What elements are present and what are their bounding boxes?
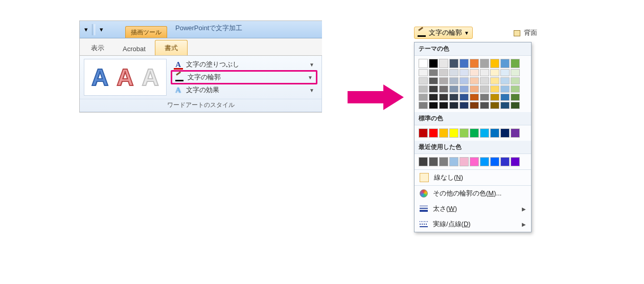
theme-shade-0-3[interactable] bbox=[419, 94, 428, 101]
theme-shade-7-2[interactable] bbox=[490, 85, 499, 93]
theme-shade-5-2[interactable] bbox=[470, 85, 479, 93]
theme-shade-2-0[interactable] bbox=[439, 69, 448, 76]
theme-shade-6-0[interactable] bbox=[480, 69, 489, 76]
theme-shade-8-3[interactable] bbox=[500, 94, 510, 101]
theme-shade-8-2[interactable] bbox=[500, 85, 510, 93]
menu-no-outline[interactable]: 線なし(N) bbox=[415, 170, 531, 185]
qat-customize-dropdown[interactable]: ▾ bbox=[83, 23, 89, 36]
theme-shade-1-3[interactable] bbox=[429, 94, 438, 101]
recent-color-9[interactable] bbox=[511, 157, 520, 166]
theme-shade-8-0[interactable] bbox=[500, 69, 510, 76]
theme-shade-8-1[interactable] bbox=[500, 77, 510, 84]
tab-format[interactable]: 書式 bbox=[155, 40, 188, 55]
theme-shade-5-4[interactable] bbox=[470, 102, 479, 109]
tab-acrobat[interactable]: Acrobat bbox=[113, 42, 155, 55]
theme-shade-9-1[interactable] bbox=[511, 77, 520, 84]
theme-color-6[interactable] bbox=[480, 59, 489, 68]
theme-shade-3-4[interactable] bbox=[449, 102, 458, 109]
text-effects-button[interactable]: A 文字の効果 ▼ bbox=[171, 84, 317, 96]
theme-shade-2-4[interactable] bbox=[439, 102, 448, 109]
wordart-preset-1[interactable]: A bbox=[91, 65, 108, 89]
theme-shade-3-1[interactable] bbox=[449, 77, 458, 84]
menu-dashes[interactable]: 実線/点線(D) ▶ bbox=[415, 216, 531, 232]
theme-shade-1-2[interactable] bbox=[429, 85, 438, 93]
wordart-gallery[interactable]: A A A bbox=[84, 59, 167, 96]
recent-color-7[interactable] bbox=[490, 157, 499, 166]
standard-color-2[interactable] bbox=[439, 128, 448, 138]
theme-color-4[interactable] bbox=[459, 59, 469, 68]
theme-shade-4-4[interactable] bbox=[459, 102, 469, 109]
theme-shade-9-3[interactable] bbox=[511, 94, 520, 101]
theme-shade-2-3[interactable] bbox=[439, 94, 448, 101]
wordart-preset-3[interactable]: A bbox=[142, 65, 158, 89]
theme-shade-1-1[interactable] bbox=[429, 77, 438, 84]
theme-shade-1-4[interactable] bbox=[429, 102, 438, 109]
menu-weight[interactable]: 太さ(W) ▶ bbox=[415, 201, 531, 216]
theme-shade-5-1[interactable] bbox=[470, 77, 479, 84]
text-fill-button[interactable]: A 文字の塗りつぶし ▼ bbox=[171, 59, 317, 70]
theme-shade-9-4[interactable] bbox=[511, 102, 520, 109]
theme-shade-4-1[interactable] bbox=[459, 77, 469, 84]
standard-color-9[interactable] bbox=[511, 128, 520, 138]
theme-shade-3-3[interactable] bbox=[449, 94, 458, 101]
theme-shade-9-0[interactable] bbox=[511, 69, 520, 76]
recent-color-1[interactable] bbox=[429, 157, 438, 166]
theme-shade-2-1[interactable] bbox=[439, 77, 448, 84]
theme-color-3[interactable] bbox=[449, 59, 458, 68]
theme-shade-6-2[interactable] bbox=[480, 85, 489, 93]
theme-shade-7-3[interactable] bbox=[490, 94, 499, 101]
recent-color-6[interactable] bbox=[480, 157, 489, 166]
standard-color-1[interactable] bbox=[429, 128, 438, 138]
recent-color-0[interactable] bbox=[419, 157, 428, 166]
theme-color-8[interactable] bbox=[500, 59, 510, 68]
theme-shade-9-2[interactable] bbox=[511, 85, 520, 93]
theme-shade-4-3[interactable] bbox=[459, 94, 469, 101]
theme-shade-3-2[interactable] bbox=[449, 85, 458, 93]
theme-color-2[interactable] bbox=[439, 59, 448, 68]
theme-shade-5-0[interactable] bbox=[470, 69, 479, 76]
tab-view[interactable]: 表示 bbox=[82, 40, 113, 55]
theme-color-5[interactable] bbox=[470, 59, 479, 68]
recent-color-8[interactable] bbox=[500, 157, 510, 166]
text-outline-button[interactable]: 文字の輪郭 ▼ bbox=[171, 70, 317, 84]
standard-color-0[interactable] bbox=[419, 128, 428, 138]
theme-shade-2-2[interactable] bbox=[439, 85, 448, 93]
theme-shade-4-0[interactable] bbox=[459, 69, 469, 76]
recent-color-2[interactable] bbox=[439, 157, 448, 166]
qat-overflow-dropdown[interactable]: ▾ bbox=[98, 23, 104, 36]
theme-shade-6-4[interactable] bbox=[480, 102, 489, 109]
theme-shade-7-1[interactable] bbox=[490, 77, 499, 84]
theme-shade-0-0[interactable] bbox=[419, 69, 428, 76]
submenu-caret-icon: ▶ bbox=[522, 222, 526, 227]
theme-shade-6-3[interactable] bbox=[480, 94, 489, 101]
recent-color-3[interactable] bbox=[449, 157, 458, 166]
standard-color-7[interactable] bbox=[490, 128, 499, 138]
theme-shade-7-4[interactable] bbox=[490, 102, 499, 109]
theme-shade-0-4[interactable] bbox=[419, 102, 428, 109]
theme-color-7[interactable] bbox=[490, 59, 499, 68]
recent-color-5[interactable] bbox=[470, 157, 479, 166]
wordart-preset-2[interactable]: A bbox=[117, 65, 133, 89]
theme-shade-3-0[interactable] bbox=[449, 69, 458, 76]
theme-shade-0-2[interactable] bbox=[419, 85, 428, 93]
send-to-back-button[interactable]: 背面 bbox=[514, 28, 537, 37]
theme-shade-8-4[interactable] bbox=[500, 102, 510, 109]
standard-color-5[interactable] bbox=[470, 128, 479, 138]
theme-color-1[interactable] bbox=[429, 59, 438, 68]
theme-shade-5-3[interactable] bbox=[470, 94, 479, 101]
theme-color-9[interactable] bbox=[511, 59, 520, 68]
theme-color-0[interactable] bbox=[419, 59, 428, 68]
menu-more-outline-colors[interactable]: その他の輪郭の色(M)... bbox=[415, 186, 531, 201]
section-recent-colors: 最近使用した色 bbox=[415, 141, 531, 154]
text-outline-split-button[interactable]: 文字の輪郭 ▼ bbox=[414, 27, 473, 39]
recent-color-4[interactable] bbox=[459, 157, 469, 166]
theme-shade-7-0[interactable] bbox=[490, 69, 499, 76]
standard-color-4[interactable] bbox=[459, 128, 469, 138]
standard-color-8[interactable] bbox=[500, 128, 510, 138]
theme-shade-4-2[interactable] bbox=[459, 85, 469, 93]
standard-color-3[interactable] bbox=[449, 128, 458, 138]
theme-shade-6-1[interactable] bbox=[480, 77, 489, 84]
theme-shade-0-1[interactable] bbox=[419, 77, 428, 84]
standard-color-6[interactable] bbox=[480, 128, 489, 138]
theme-shade-1-0[interactable] bbox=[429, 69, 438, 76]
